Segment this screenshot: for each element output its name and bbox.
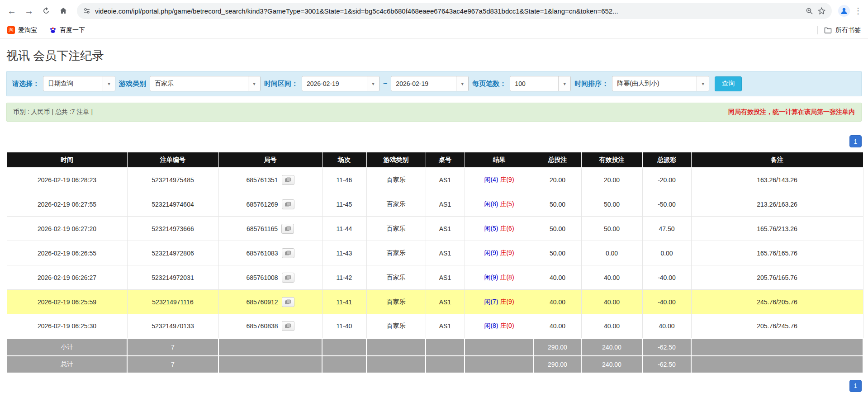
cell-time: 2026-02-19 06:27:55 (7, 192, 127, 217)
query-type-select[interactable]: 日期查询 ▾ (43, 76, 115, 91)
site-info-icon[interactable] (83, 7, 90, 14)
cell-result: 闲(8) 庄(5) (465, 192, 534, 217)
cell-payout: -40.00 (642, 290, 691, 314)
replay-cards-icon[interactable] (282, 248, 294, 258)
subtotal-row: 小计7290.00240.00-62.50 (7, 339, 863, 356)
page-size-select[interactable]: 100 ▾ (510, 76, 571, 91)
home-icon[interactable] (56, 4, 71, 18)
search-button[interactable]: 查询 (715, 76, 742, 91)
bookmarks-bar: 淘 爱淘宝 百度一下 所有书签 (0, 22, 868, 39)
cell-total-bet[interactable]: 40.00 (534, 290, 581, 314)
cell-round: 685761083 (218, 241, 322, 265)
col-valid-bet: 有效投注 (581, 152, 642, 168)
cell-table: AS1 (426, 192, 465, 217)
select-type-label: 请选择： (12, 80, 39, 88)
range-tilde: ~ (383, 80, 387, 88)
footer-total-bet: 290.00 (534, 356, 581, 373)
cell-total-bet[interactable]: 20.00 (534, 168, 581, 192)
cell-bet-id: 523214973666 (127, 217, 218, 241)
cell-total-bet[interactable]: 40.00 (534, 265, 581, 290)
url-bar[interactable]: videoie.com/ipl/portal.php/game/betrecor… (77, 3, 832, 19)
cell-valid-bet: 40.00 (581, 314, 642, 339)
game-type-select[interactable]: 百家乐 ▾ (150, 76, 261, 91)
result-player: 闲(4) (484, 176, 498, 183)
cell-session: 11-42 (322, 265, 366, 290)
cell-session: 11-40 (322, 314, 366, 339)
date-to-picker[interactable]: 2026-02-19 ▾ (391, 76, 469, 91)
all-bookmarks[interactable]: 所有书签 (817, 26, 861, 34)
chevron-down-icon[interactable]: ▾ (367, 76, 379, 91)
cell-round: 685760838 (218, 314, 322, 339)
cell-bet-id: 523214972031 (127, 265, 218, 290)
replay-cards-icon[interactable] (282, 273, 294, 283)
cell-total-bet[interactable]: 50.00 (534, 241, 581, 265)
replay-cards-icon[interactable] (282, 175, 294, 185)
footer-empty (465, 356, 534, 373)
cell-payout: 40.00 (642, 314, 691, 339)
reload-icon[interactable] (39, 4, 53, 18)
bet-row: 2026-02-19 06:27:20523214973666685761165… (7, 217, 863, 241)
cell-result: 闲(4) 庄(9) (465, 168, 534, 192)
bet-row: 2026-02-19 06:25:30523214970133685760838… (7, 314, 863, 339)
footer-label: 小计 (7, 339, 127, 356)
chevron-down-icon[interactable]: ▾ (558, 76, 570, 91)
cell-total-bet[interactable]: 40.00 (534, 314, 581, 339)
cell-total-bet[interactable]: 50.00 (534, 192, 581, 217)
col-game-type: 游戏类别 (366, 152, 426, 168)
chevron-down-icon[interactable]: ▾ (697, 76, 709, 91)
result-player: 闲(8) (484, 322, 498, 329)
cell-result: 闲(9) 庄(8) (465, 265, 534, 290)
bookmark-taobao[interactable]: 淘 爱淘宝 (7, 26, 37, 34)
cell-game-type: 百家乐 (366, 241, 426, 265)
round-id: 685761351 (246, 176, 278, 184)
cell-round: 685761269 (218, 192, 322, 217)
footer-empty (322, 356, 366, 373)
bookmark-star-icon[interactable] (818, 7, 825, 15)
replay-cards-icon[interactable] (282, 199, 294, 209)
chevron-down-icon[interactable]: ▾ (103, 76, 115, 91)
summary-warning: 同局有效投注，统一计算在该局第一张注单内 (728, 108, 855, 116)
date-from-picker[interactable]: 2026-02-19 ▾ (302, 76, 379, 91)
replay-cards-icon[interactable] (282, 297, 294, 307)
url-text[interactable]: videoie.com/ipl/portal.php/game/betrecor… (95, 7, 801, 15)
footer-count: 7 (127, 356, 218, 373)
chevron-down-icon[interactable]: ▾ (456, 76, 468, 91)
table-header-row: 时间 注单编号 局号 场次 游戏类别 桌号 结果 总投注 有效投注 总派彩 备注 (7, 152, 863, 168)
game-type-label: 游戏类别 (119, 80, 146, 88)
cell-time: 2026-02-19 06:28:23 (7, 168, 127, 192)
footer-empty (465, 339, 534, 356)
replay-cards-icon[interactable] (282, 321, 294, 331)
all-bookmarks-label: 所有书签 (835, 26, 861, 34)
bookmark-baidu[interactable]: 百度一下 (49, 26, 85, 34)
browser-menu-icon[interactable]: ⋮ (853, 6, 863, 16)
bet-row: 2026-02-19 06:26:55523214972806685761083… (7, 241, 863, 265)
col-table: 桌号 (426, 152, 465, 168)
cell-valid-bet: 50.00 (581, 217, 642, 241)
cell-total-bet[interactable]: 50.00 (534, 217, 581, 241)
page-title: 视讯 会员下注纪录 (6, 48, 862, 64)
back-icon[interactable]: ← (5, 4, 19, 18)
chevron-down-icon[interactable]: ▾ (248, 76, 260, 91)
sort-select[interactable]: 降幂(由大到小) ▾ (612, 76, 709, 91)
page-1-button[interactable]: 1 (849, 380, 862, 392)
footer-empty (366, 356, 426, 373)
round-id: 685761083 (246, 250, 278, 257)
bookmark-label: 百度一下 (60, 26, 85, 34)
profile-avatar-icon[interactable] (838, 5, 850, 17)
result-player: 闲(9) (484, 249, 498, 256)
zoom-icon[interactable] (806, 7, 813, 15)
cell-game-type: 百家乐 (366, 290, 426, 314)
round-id: 685760838 (246, 322, 278, 330)
replay-cards-icon[interactable] (281, 224, 294, 234)
forward-icon[interactable]: → (22, 4, 36, 18)
footer-empty (218, 339, 322, 356)
result-banker: 庄(9) (500, 176, 514, 183)
cell-session: 11-43 (322, 241, 366, 265)
cell-bet-id: 523214972806 (127, 241, 218, 265)
bet-row: 2026-02-19 06:28:23523214975485685761351… (7, 168, 863, 192)
cell-note: 245.76/205.76 (691, 290, 863, 314)
date-to-value: 2026-02-19 (391, 76, 456, 91)
col-time: 时间 (7, 152, 127, 168)
cell-payout: 47.50 (642, 217, 691, 241)
page-1-button[interactable]: 1 (849, 135, 862, 147)
